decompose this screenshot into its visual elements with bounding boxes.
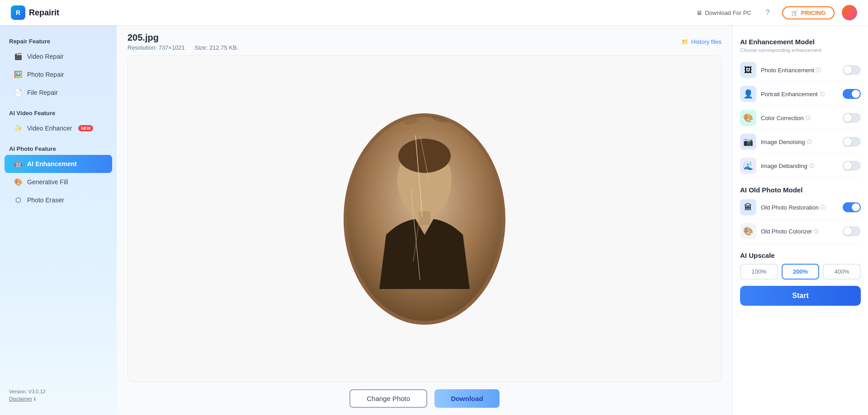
repair-feature-label: Repair Feature: [0, 34, 117, 47]
upscale-options: 100% 200% 400%: [740, 264, 861, 280]
filesize: Size: 212.75 KB.: [194, 44, 238, 51]
app-logo[interactable]: R Repairit: [11, 5, 59, 20]
history-files-button[interactable]: 📁 History files: [681, 38, 722, 45]
monitor-icon: 🖥: [696, 9, 702, 16]
history-label: History files: [691, 38, 722, 45]
enhancement-model-sub: Choose corresponding enhancement: [740, 47, 861, 53]
app-name: Repairit: [29, 8, 59, 18]
old-photo-colorizer-toggle[interactable]: [843, 226, 861, 236]
portrait-enhancement-label: Portrait Enhancement ⓘ: [761, 91, 838, 98]
old-photo-model-title: AI Old Photo Model: [740, 186, 861, 194]
svg-rect-5: [419, 211, 430, 225]
new-badge: NEW: [78, 125, 93, 131]
sidebar-item-video-enhancer-label: Video Enhancer: [27, 125, 72, 132]
version-label: Version: V3.0.12: [9, 389, 108, 394]
photo-eraser-icon: ⬡: [14, 196, 23, 205]
color-correction-info-icon[interactable]: ⓘ: [806, 115, 811, 121]
help-button[interactable]: ?: [760, 5, 775, 20]
ai-video-feature-label: AI Video Feature: [0, 106, 117, 119]
sidebar: Repair Feature 🎬 Video Repair 🖼️ Photo R…: [0, 25, 117, 415]
start-button[interactable]: Start: [740, 286, 861, 306]
feature-row-color-correction: 🎨 Color Correction ⓘ: [740, 106, 861, 130]
old-photo-colorizer-label: Old Photo Colorizer ⓘ: [761, 228, 838, 235]
change-photo-button[interactable]: Change Photo: [349, 389, 427, 408]
sidebar-item-video-repair[interactable]: 🎬 Video Repair: [5, 47, 112, 65]
right-panel: AI Enhancement Model Choose correspondin…: [732, 25, 868, 415]
image-denoising-label: Image Denoising ⓘ: [761, 139, 838, 145]
image-debanding-toggle[interactable]: [843, 161, 861, 171]
sidebar-item-ai-enhancement[interactable]: 🤖 AI Enhancement: [5, 155, 112, 173]
feature-row-old-photo-colorizer: 🎨 Old Photo Colorizer ⓘ: [740, 219, 861, 243]
sidebar-item-generative-fill-label: Generative Fill: [27, 178, 68, 186]
avatar[interactable]: [842, 5, 857, 20]
folder-icon: 📁: [681, 38, 689, 45]
sidebar-item-video-repair-label: Video Repair: [27, 53, 64, 60]
sidebar-item-photo-eraser[interactable]: ⬡ Photo Eraser: [5, 191, 112, 209]
image-denoising-toggle[interactable]: [843, 137, 861, 147]
upscale-400-button[interactable]: 400%: [823, 264, 861, 280]
topnav: R Repairit 🖥 Download For PC ? 🛒 PRICING: [0, 0, 868, 25]
disclaimer-row: Disclaimer ℹ: [9, 396, 108, 401]
photo-repair-icon: 🖼️: [14, 70, 23, 79]
sidebar-footer: Version: V3.0.12 Disclaimer ℹ: [0, 384, 117, 406]
ai-photo-feature-label: AI Photo Feature: [0, 142, 117, 155]
feature-row-image-debanding: 🌊 Image Debanding ⓘ: [740, 154, 861, 178]
main-layout: Repair Feature 🎬 Video Repair 🖼️ Photo R…: [0, 25, 868, 415]
old-photo-restoration-toggle[interactable]: [843, 202, 861, 212]
video-enhancer-icon: ✨: [14, 124, 23, 133]
content-header: 205.jpg Resolution: 737×1021 Size: 212.7…: [117, 25, 732, 56]
color-correction-icon: 🎨: [740, 110, 756, 126]
image-debanding-info-icon[interactable]: ⓘ: [809, 163, 814, 169]
ai-enhancement-icon: 🤖: [14, 159, 23, 168]
image-denoising-info-icon[interactable]: ⓘ: [807, 139, 812, 145]
resolution: Resolution: 737×1021: [127, 44, 185, 51]
portrait-enhancement-toggle[interactable]: [843, 89, 861, 99]
disclaimer-info-icon: ℹ: [34, 396, 36, 401]
image-debanding-label: Image Debanding ⓘ: [761, 163, 838, 169]
upscale-100-button[interactable]: 100%: [740, 264, 778, 280]
pricing-button[interactable]: 🛒 PRICING: [782, 6, 835, 19]
generative-fill-icon: 🎨: [14, 177, 23, 187]
image-preview-area: [127, 56, 722, 382]
color-correction-label: Color Correction ⓘ: [761, 115, 838, 121]
cart-icon: 🛒: [791, 9, 798, 16]
old-photo-restoration-icon: 🏛: [740, 199, 756, 215]
portrait-enhancement-info-icon[interactable]: ⓘ: [820, 91, 825, 98]
content-area: 205.jpg Resolution: 737×1021 Size: 212.7…: [117, 25, 732, 415]
sidebar-item-ai-enhancement-label: AI Enhancement: [27, 160, 77, 168]
enhancement-model-title: AI Enhancement Model: [740, 38, 861, 46]
old-photo-restoration-label: Old Photo Restoration ⓘ: [761, 204, 838, 211]
photo-enhancement-toggle[interactable]: [843, 65, 861, 75]
upscale-title: AI Upscale: [740, 252, 861, 259]
file-repair-icon: 📄: [14, 88, 23, 97]
file-info: 205.jpg Resolution: 737×1021 Size: 212.7…: [127, 33, 246, 51]
sidebar-item-file-repair-label: File Repair: [27, 89, 58, 96]
feature-row-portrait-enhancement: 👤 Portrait Enhancement ⓘ: [740, 82, 861, 106]
filename: 205.jpg: [127, 33, 246, 43]
old-photo-colorizer-icon: 🎨: [740, 223, 756, 239]
file-meta: Resolution: 737×1021 Size: 212.75 KB.: [127, 44, 246, 51]
old-photo-restoration-info-icon[interactable]: ⓘ: [821, 204, 826, 211]
download-pc-button[interactable]: 🖥 Download For PC: [696, 9, 751, 16]
download-button[interactable]: Download: [434, 389, 500, 408]
sidebar-item-video-enhancer[interactable]: ✨ Video Enhancer NEW: [5, 119, 112, 137]
disclaimer-label[interactable]: Disclaimer: [9, 396, 32, 401]
old-photo-colorizer-info-icon[interactable]: ⓘ: [814, 228, 819, 235]
color-correction-toggle[interactable]: [843, 113, 861, 123]
upscale-200-button[interactable]: 200%: [782, 264, 820, 280]
image-denoising-icon: 📷: [740, 134, 756, 150]
sidebar-item-generative-fill[interactable]: 🎨 Generative Fill: [5, 173, 112, 191]
sidebar-item-file-repair[interactable]: 📄 File Repair: [5, 84, 112, 102]
portrait-enhancement-icon: 👤: [740, 86, 756, 102]
photo-enhancement-info-icon[interactable]: ⓘ: [816, 67, 821, 74]
image-debanding-icon: 🌊: [740, 158, 756, 174]
photo-container: [128, 56, 721, 382]
download-pc-label: Download For PC: [705, 9, 751, 16]
bottom-actions: Change Photo Download: [117, 382, 732, 415]
sidebar-item-photo-repair-label: Photo Repair: [27, 71, 64, 78]
sidebar-item-photo-repair[interactable]: 🖼️ Photo Repair: [5, 65, 112, 84]
feature-row-image-denoising: 📷 Image Denoising ⓘ: [740, 130, 861, 154]
logo-icon: R: [11, 5, 25, 20]
feature-row-photo-enhancement: 🖼 Photo Enhancement ⓘ: [740, 58, 861, 82]
feature-row-old-photo-restoration: 🏛 Old Photo Restoration ⓘ: [740, 196, 861, 219]
